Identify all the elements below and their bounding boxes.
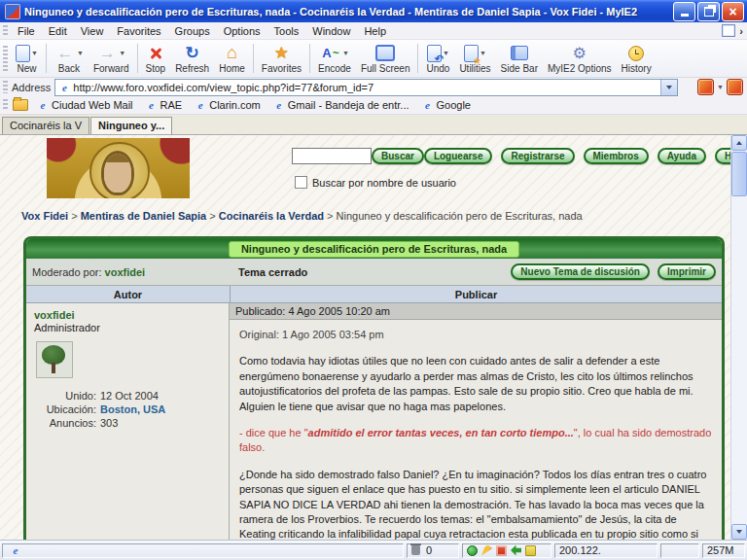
- moderation-row: Moderado por: voxfidei Tema cerrado Nuev…: [26, 259, 722, 286]
- link-gmail-bandeja-de-entr[interactable]: eGmail - Bandeja de entr...: [270, 99, 409, 111]
- menu-item-options[interactable]: Options: [217, 24, 267, 38]
- moderator-link[interactable]: voxfidei: [105, 266, 146, 278]
- scroll-up-button[interactable]: [731, 135, 747, 151]
- link-google[interactable]: eGoogle: [419, 99, 471, 111]
- address-dropdown-button[interactable]: [660, 80, 677, 95]
- toolbar-history-button[interactable]: History: [617, 43, 657, 75]
- toolbar-full-screen-button[interactable]: Full Screen: [356, 43, 415, 75]
- arrow-icon[interactable]: [511, 545, 521, 556]
- toolbar-home-button[interactable]: Home: [214, 43, 250, 75]
- undo-icon: [427, 45, 442, 62]
- toolbar-refresh-button[interactable]: Refresh: [170, 43, 214, 75]
- breadcrumb-link[interactable]: Mentiras de Daniel Sapia: [81, 210, 207, 222]
- clock-icon: [628, 46, 644, 61]
- restore-button[interactable]: [697, 2, 720, 21]
- menu-item-view[interactable]: View: [74, 24, 111, 38]
- toolbar-stop-button[interactable]: Stop: [141, 43, 171, 75]
- chevron-down-icon: ▼: [342, 50, 349, 56]
- menu-bar: FileEditViewFavoritesGroupsOptionsToolsW…: [0, 22, 747, 40]
- loguearse-button[interactable]: Loguearse: [424, 148, 493, 164]
- author-field-link[interactable]: Boston, USA: [100, 403, 165, 415]
- breadcrumb: Vox Fidei > Mentiras de Daniel Sapia > C…: [21, 210, 583, 222]
- toolbar-utilities-button[interactable]: ▼Utilities: [454, 43, 495, 75]
- trash-panel[interactable]: 0: [407, 543, 459, 558]
- author-name-link[interactable]: voxfidei: [34, 309, 221, 321]
- chevron-down-icon: ▼: [119, 50, 125, 56]
- toolbar-favorites-button[interactable]: Favorites: [257, 43, 306, 75]
- toolbar-grip[interactable]: [3, 81, 8, 93]
- toolbar-grip[interactable]: [3, 99, 8, 112]
- address-box: e: [54, 79, 678, 96]
- toolbar-grip[interactable]: [3, 25, 8, 37]
- toolbar-label: Back: [58, 63, 80, 74]
- popup-killer-icon[interactable]: [727, 79, 743, 95]
- title-bar: Ninguneo y descalificación pero de Escri…: [0, 0, 747, 22]
- topic-table: Ninguneo y descalificación pero de Escri…: [23, 236, 725, 540]
- brush-icon[interactable]: [481, 545, 492, 556]
- tab-bar: Cocinaréis la VNinguneo y...: [0, 115, 747, 135]
- tab-ninguneo-y[interactable]: Ninguneo y...: [90, 117, 172, 134]
- flag-icon[interactable]: [496, 545, 507, 556]
- page-icon[interactable]: [722, 24, 735, 37]
- author-field-label: Unido:: [34, 390, 96, 402]
- globe-icon[interactable]: [467, 545, 478, 556]
- toolbar-back-button[interactable]: ▼Back: [50, 43, 89, 75]
- chevron-right-icon[interactable]: ›: [739, 25, 743, 37]
- post-row: voxfidei Administrador Unido:12 Oct 2004…: [26, 303, 722, 540]
- tab-cocinar-is-la-v[interactable]: Cocinaréis la V: [2, 117, 89, 134]
- toolbar-label: Encode: [318, 63, 351, 74]
- registrarse-button[interactable]: Registrarse: [501, 148, 574, 164]
- link-rae[interactable]: eRAE: [143, 99, 183, 111]
- tree-icon: [36, 341, 73, 378]
- chevron-down-icon[interactable]: ▼: [717, 84, 724, 90]
- encode-icon: [320, 44, 341, 63]
- vertical-scrollbar[interactable]: [730, 135, 747, 540]
- scroll-down-button[interactable]: [731, 524, 747, 540]
- post-paragraph: Como todavia hay idiotas útiles que no l…: [239, 354, 712, 414]
- search-button[interactable]: Buscar: [372, 148, 424, 164]
- minimize-button[interactable]: [673, 2, 695, 21]
- toolbar-label: Favorites: [262, 63, 302, 74]
- window-title: Ninguneo y descalificación pero de Escri…: [24, 6, 671, 18]
- miembros-button[interactable]: Miembros: [584, 148, 649, 164]
- link-clarin-com[interactable]: eClarin.com: [192, 99, 261, 111]
- author-field: Unido:12 Oct 2004: [34, 390, 221, 402]
- disk-icon[interactable]: [525, 545, 536, 556]
- breadcrumb-link[interactable]: Vox Fidei: [21, 210, 68, 222]
- toolbar-label: Stop: [146, 63, 166, 74]
- toolbar-encode-button[interactable]: ▼Encode: [313, 43, 356, 75]
- print-button[interactable]: Imprimir: [658, 263, 716, 280]
- menu-item-groups[interactable]: Groups: [168, 24, 217, 38]
- memory-panel: 257M: [702, 543, 745, 558]
- address-input[interactable]: [73, 82, 660, 93]
- forward-arrow-icon: [96, 44, 118, 63]
- menu-item-tools[interactable]: Tools: [267, 24, 306, 38]
- folder-icon[interactable]: [13, 99, 28, 111]
- menu-item-edit[interactable]: Edit: [42, 24, 74, 38]
- scrollbar-thumb[interactable]: [731, 152, 747, 196]
- menu-item-help[interactable]: Help: [357, 24, 393, 38]
- toolbar-undo-button[interactable]: ▼Undo: [421, 43, 454, 75]
- author-field-label: Anuncios:: [34, 417, 96, 429]
- breadcrumb-link[interactable]: Cocinaréis la Verdad: [219, 210, 324, 222]
- chevron-down-icon: [666, 86, 672, 89]
- star-icon: [270, 44, 292, 63]
- close-button[interactable]: ×: [722, 2, 744, 21]
- link-label: Gmail - Bandeja de entr...: [288, 99, 409, 111]
- search-input[interactable]: [292, 148, 372, 164]
- toolbar-forward-button[interactable]: ▼Forward: [89, 43, 134, 75]
- chevron-down-icon: ▼: [31, 50, 38, 56]
- toolbar-new-button[interactable]: ▼New: [11, 43, 43, 75]
- links-bar: eCiudad Web MaileRAEeClarin.comeGmail - …: [0, 96, 747, 115]
- toolbar-side-bar-button[interactable]: Side Bar: [496, 43, 543, 75]
- menu-item-file[interactable]: File: [11, 24, 42, 38]
- menu-item-window[interactable]: Window: [305, 24, 357, 38]
- ayuda-button[interactable]: Ayuda: [658, 148, 706, 164]
- link-ciudad-web-mail[interactable]: eCiudad Web Mail: [34, 99, 133, 111]
- proxy-icon[interactable]: [697, 79, 714, 95]
- menu-item-favorites[interactable]: Favorites: [110, 24, 167, 38]
- new-topic-button[interactable]: Nuevo Tema de discusión: [511, 263, 650, 280]
- toolbar-grip[interactable]: [3, 46, 8, 72]
- search-by-user-checkbox[interactable]: [295, 176, 307, 189]
- toolbar-myie2-options-button[interactable]: MyIE2 Options: [543, 43, 617, 75]
